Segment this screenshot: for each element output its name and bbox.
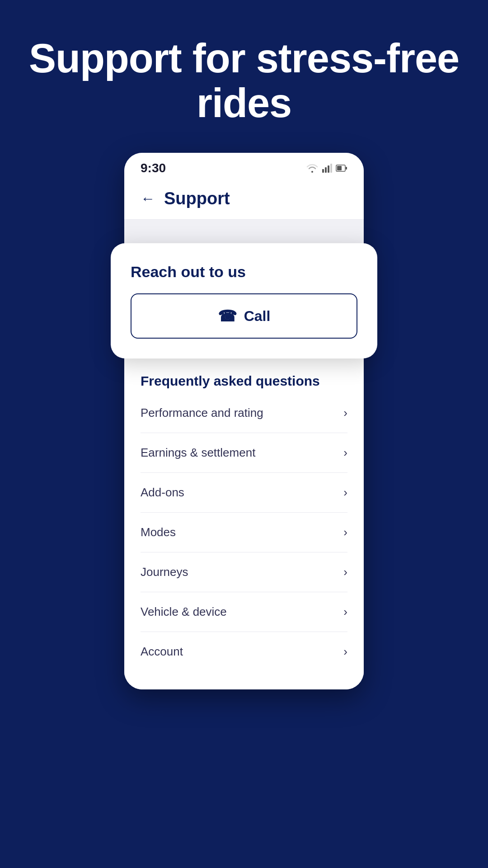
chevron-right-icon: ›: [343, 486, 347, 500]
svg-rect-1: [325, 167, 327, 173]
chevron-right-icon: ›: [343, 446, 347, 460]
faq-item-label: Account: [141, 645, 183, 659]
status-icons: [306, 164, 347, 173]
chevron-right-icon: ›: [343, 525, 347, 539]
reach-out-title: Reach out to us: [131, 263, 357, 281]
svg-rect-0: [322, 169, 324, 173]
chevron-right-icon: ›: [343, 565, 347, 579]
faq-item-journeys[interactable]: Journeys ›: [141, 552, 347, 592]
faq-item-label: Performance and rating: [141, 406, 263, 420]
mockup-container: Reach out to us ☎ Call 9:30: [86, 153, 402, 689]
phone-header: ← Support: [124, 180, 364, 220]
faq-title: Frequently asked questions: [141, 373, 347, 389]
svg-rect-3: [330, 164, 332, 173]
signal-icon: [322, 164, 332, 173]
phone-icon: ☎: [218, 307, 237, 325]
hero-section: Support for stress-free rides: [0, 0, 488, 153]
faq-item-earnings[interactable]: Earnings & settlement ›: [141, 433, 347, 473]
phone-mockup: 9:30: [124, 153, 364, 689]
faq-item-label: Vehicle & device: [141, 605, 227, 619]
hero-title: Support for stress-free rides: [27, 36, 461, 126]
faq-item-performance[interactable]: Performance and rating ›: [141, 393, 347, 433]
faq-item-label: Modes: [141, 525, 176, 539]
faq-item-label: Journeys: [141, 565, 188, 579]
floating-card: Reach out to us ☎ Call: [111, 243, 377, 359]
svg-rect-2: [328, 165, 329, 173]
battery-icon: [336, 164, 347, 173]
page-title: Support: [164, 189, 230, 208]
status-bar: 9:30: [124, 153, 364, 180]
back-button[interactable]: ←: [141, 190, 155, 207]
chevron-right-icon: ›: [343, 406, 347, 420]
faq-item-modes[interactable]: Modes ›: [141, 513, 347, 552]
status-time: 9:30: [141, 161, 166, 175]
faq-list: Performance and rating › Earnings & sett…: [141, 393, 347, 671]
svg-rect-6: [337, 166, 342, 170]
wifi-icon: [306, 164, 319, 173]
faq-item-label: Earnings & settlement: [141, 446, 255, 460]
faq-item-account[interactable]: Account ›: [141, 632, 347, 671]
faq-section: Frequently asked questions Performance a…: [124, 355, 364, 689]
faq-item-vehicle[interactable]: Vehicle & device ›: [141, 592, 347, 632]
chevron-right-icon: ›: [343, 645, 347, 659]
svg-rect-5: [346, 167, 347, 170]
call-button-label: Call: [244, 308, 271, 325]
faq-item-addons[interactable]: Add-ons ›: [141, 473, 347, 513]
call-button[interactable]: ☎ Call: [131, 293, 357, 339]
chevron-right-icon: ›: [343, 605, 347, 619]
faq-item-label: Add-ons: [141, 486, 184, 500]
